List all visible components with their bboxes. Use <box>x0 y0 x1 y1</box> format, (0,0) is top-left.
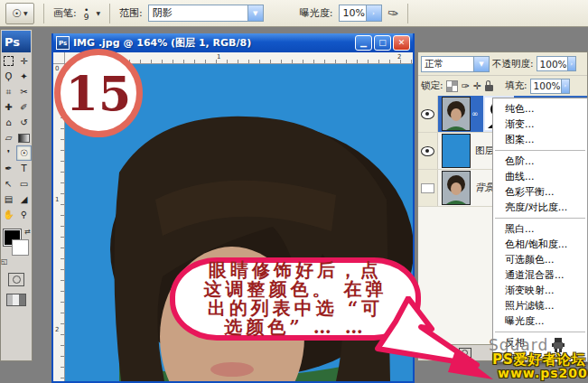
menu-item-gradient-map[interactable]: 渐变映射... <box>493 283 587 298</box>
range-value: 阴影 <box>149 6 247 20</box>
mask-link-icon[interactable]: ∞ <box>471 109 479 118</box>
fill-label: 填充: <box>505 79 527 92</box>
eyedropper-tool[interactable]: ◢ <box>16 192 32 207</box>
menu-separator <box>495 332 585 332</box>
file-ps-icon: Ps <box>56 36 70 50</box>
range-select[interactable]: 阴影 ▼ <box>148 5 264 22</box>
lock-transparency-icon[interactable] <box>446 80 458 92</box>
eraser-tool[interactable]: ▱ <box>1 130 16 145</box>
chevron-down-icon: ▼ <box>23 10 28 16</box>
speech-bubble-tail <box>341 296 506 383</box>
menu-item-pattern[interactable]: 图案... <box>493 132 587 147</box>
separator <box>407 4 408 23</box>
chevron-down-icon[interactable]: ▼ <box>247 5 263 21</box>
menu-separator <box>495 218 585 219</box>
path-select-tool[interactable]: ↖ <box>1 176 16 192</box>
menu-item-photo-filter[interactable]: 照片滤镜... <box>493 298 587 313</box>
lock-label: 锁定: <box>421 79 443 92</box>
blur-tool[interactable]: ❜ <box>1 145 16 161</box>
ruler-tick-label: 2 <box>397 53 401 61</box>
eye-empty-icon <box>421 183 434 193</box>
menu-separator <box>495 150 585 151</box>
clone-stamp-tool[interactable]: ⌂ <box>1 115 16 130</box>
spinner-icon[interactable]: › <box>366 5 381 21</box>
lasso-tool[interactable]: Ϙ <box>1 69 16 84</box>
brush-size-value: 9 <box>84 14 89 21</box>
history-brush-tool[interactable]: ↺ <box>16 115 32 130</box>
slice-tool[interactable]: ✂ <box>16 84 32 99</box>
healing-brush-tool[interactable]: ✚ <box>1 99 16 115</box>
eye-icon <box>421 109 434 119</box>
quick-mask-button[interactable] <box>8 273 24 286</box>
chevron-down-icon[interactable]: ▼ <box>96 10 100 16</box>
opacity-value: 100% <box>537 59 567 70</box>
zoom-tool[interactable]: ⚲ <box>16 207 32 222</box>
background-color-swatch[interactable] <box>12 239 29 256</box>
rectangular-marquee-tool[interactable] <box>1 53 16 69</box>
menu-item-color-balance[interactable]: 色彩平衡... <box>493 184 587 200</box>
layer-thumbnail[interactable] <box>442 134 471 168</box>
airbrush-icon[interactable]: ✑ <box>386 5 400 23</box>
move-tool[interactable]: ✛ <box>16 53 32 69</box>
pen-tool[interactable]: ✒ <box>1 161 16 176</box>
color-swatches: ⇄ ◱ <box>1 228 32 266</box>
type-tool[interactable]: T <box>16 161 32 176</box>
brush-tool[interactable]: ✐ <box>16 99 32 115</box>
menu-item-levels[interactable]: 色阶... <box>493 154 587 169</box>
layer-thumbnail[interactable] <box>442 171 471 205</box>
menu-item-exposure[interactable]: 曝光度... <box>493 313 587 329</box>
adjustment-layer-menu: 纯色... 渐变... 图案... 色阶... 曲线... 色彩平衡... 亮度… <box>492 98 588 362</box>
brush-preview[interactable]: • 9 <box>84 6 89 21</box>
photoshop-app: ☉ ▼ 画笔: • 9 ▼ 范围: 阴影 ▼ 曝光度: 10% › ✑ Ps ✛… <box>0 0 588 383</box>
visibility-cell[interactable] <box>418 133 438 169</box>
spinner-icon[interactable]: › <box>561 79 569 93</box>
dodge-tool[interactable]: ☉ <box>16 145 32 161</box>
fill-input[interactable]: 100% › <box>530 79 570 94</box>
layer-thumbnail[interactable] <box>442 97 471 131</box>
magic-wand-tool[interactable]: ✦ <box>16 69 32 84</box>
quick-mask-icon <box>13 276 21 284</box>
brush-label: 画笔: <box>53 6 77 20</box>
shape-tool[interactable]: ▭ <box>16 176 32 192</box>
blend-mode-select[interactable]: 正常 ▼ <box>421 56 490 72</box>
menu-item-brightness-contrast[interactable]: 亮度/对比度... <box>493 200 587 215</box>
visibility-cell[interactable] <box>418 170 438 206</box>
close-button[interactable]: ✕ <box>393 35 410 51</box>
spinner-icon[interactable]: › <box>567 57 575 70</box>
gradient-icon <box>18 134 30 143</box>
lock-all-icon[interactable] <box>485 85 493 91</box>
maximize-button[interactable]: □ <box>374 35 391 51</box>
blend-mode-value: 正常 <box>422 58 473 70</box>
ruler-tick-label: 1 <box>55 196 59 203</box>
menu-item-solid-color[interactable]: 纯色... <box>493 101 587 117</box>
menu-item-curves[interactable]: 曲线... <box>493 169 587 184</box>
minimize-button[interactable]: ▁ <box>355 35 372 51</box>
tool-preset-button[interactable]: ☉ ▼ <box>5 3 34 24</box>
layer-name: 背景 <box>475 182 494 194</box>
exposure-value: 10% <box>340 7 366 19</box>
menu-item-black-white[interactable]: 黑白... <box>493 221 587 237</box>
marquee-icon <box>4 56 14 66</box>
bubble-text-line: 眼睛修饰好后，点 <box>209 261 382 280</box>
menu-item-channel-mixer[interactable]: 通道混合器... <box>493 267 587 283</box>
gradient-tool[interactable] <box>16 130 32 145</box>
exposure-input[interactable]: 10% › <box>339 5 382 22</box>
menu-item-gradient[interactable]: 渐变... <box>493 117 587 132</box>
separator <box>109 4 110 23</box>
lock-paint-icon[interactable]: ✑ <box>462 80 470 92</box>
chevron-down-icon[interactable]: ▼ <box>473 57 489 71</box>
ruler-tick-label: 2 <box>55 326 59 333</box>
visibility-cell[interactable] <box>418 96 438 132</box>
dodge-tool-icon: ☉ <box>12 7 22 20</box>
crop-tool[interactable]: ⌗ <box>1 84 16 99</box>
menu-item-selective-color[interactable]: 可选颜色... <box>493 252 587 267</box>
menu-item-hue-saturation[interactable]: 色相/饱和度... <box>493 237 587 252</box>
default-colors-icon[interactable]: ◱ <box>1 257 8 266</box>
opacity-input[interactable]: 100% › <box>537 56 576 71</box>
screen-mode-button[interactable] <box>6 294 26 306</box>
fill-value: 100% <box>531 80 561 91</box>
lock-position-icon[interactable]: ✛ <box>473 80 481 92</box>
swap-colors-icon[interactable]: ⇄ <box>24 228 31 236</box>
notes-tool[interactable]: ▤ <box>1 192 16 207</box>
hand-tool[interactable]: ✋ <box>1 207 16 222</box>
